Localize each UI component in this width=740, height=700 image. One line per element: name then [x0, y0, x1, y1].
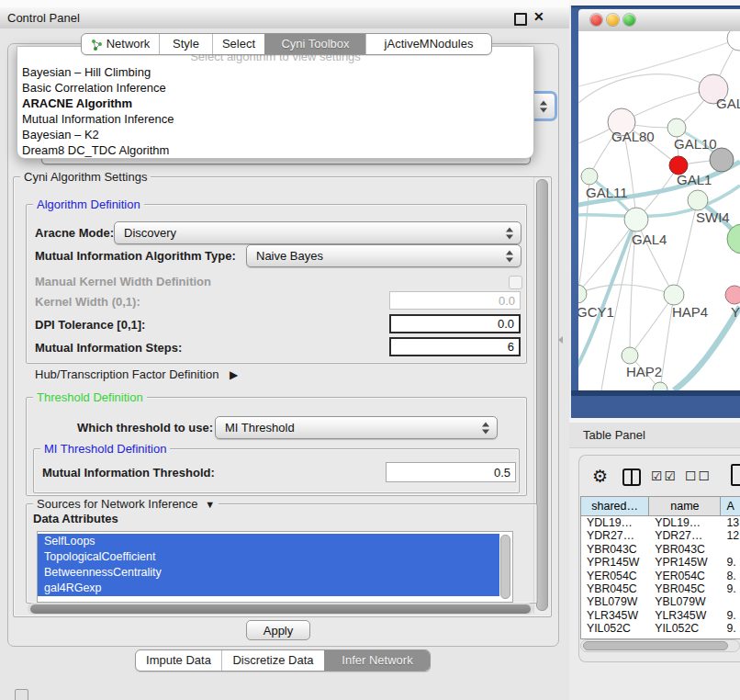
- splitter-handle-icon[interactable]: [558, 336, 563, 344]
- tab-infer-network[interactable]: Infer Network: [324, 650, 430, 671]
- table-cell: YBR043C: [581, 543, 649, 556]
- which-threshold-combo[interactable]: MI Threshold: [215, 416, 498, 439]
- column-header-1[interactable]: shared…: [581, 497, 649, 515]
- collapsed-panel-icon[interactable]: [15, 689, 28, 700]
- table-settings-gear-icon[interactable]: ⚙: [592, 466, 608, 487]
- algorithm-option[interactable]: Bayesian – K2: [17, 127, 533, 142]
- table-cell: 8.: [721, 570, 740, 582]
- tab-label: Select: [222, 34, 255, 54]
- data-attributes-list[interactable]: SelfLoopsTopologicalCoefficientBetweenne…: [37, 531, 513, 603]
- table-cell: YPR145W: [581, 556, 649, 569]
- window-zoom-button[interactable]: [623, 14, 635, 26]
- network-node-label: GAL10: [674, 136, 717, 152]
- table-cell: [721, 595, 740, 608]
- column-header-2[interactable]: name: [649, 497, 721, 515]
- mi-threshold-field[interactable]: 0.5: [386, 462, 516, 482]
- table-cell: YDR27…: [649, 529, 721, 542]
- table-cell: [721, 543, 740, 556]
- tab-label: Discretize Data: [232, 650, 313, 671]
- table-row[interactable]: YBL079WYBL079W: [581, 595, 740, 608]
- tab-jactivemnodules[interactable]: jActiveMNodules: [365, 34, 491, 54]
- kernel-width-field[interactable]: 0.0: [389, 291, 521, 310]
- new-table-document-icon[interactable]: [731, 464, 740, 486]
- aracne-mode-label: Aracne Mode:: [35, 226, 114, 240]
- settings-hscrollbar-thumb[interactable]: [30, 604, 531, 614]
- collapse-arrow-icon: ▼: [205, 499, 215, 510]
- data-attribute-item[interactable]: TopologicalCoefficient: [38, 549, 499, 565]
- network-edge[interactable]: [578, 74, 713, 103]
- tab-network[interactable]: Network: [82, 34, 159, 54]
- network-node-swi4[interactable]: [688, 190, 708, 210]
- manual-kernel-label: Manual Kernel Width Definition: [35, 275, 211, 288]
- tab-label: Impute Data: [146, 650, 211, 671]
- algorithm-option[interactable]: Dream8 DC_TDC Algorithm: [17, 142, 533, 158]
- table-row[interactable]: YPR145WYPR145W9.: [581, 556, 740, 569]
- network-node-y[interactable]: [725, 286, 740, 304]
- network-node-gal4[interactable]: [624, 208, 648, 231]
- table-row[interactable]: YLR345WYLR345W9.: [581, 609, 740, 622]
- mi-type-combo[interactable]: Naive Bayes: [246, 244, 521, 267]
- apply-button-label: Apply: [263, 624, 294, 638]
- network-node-label: GAL80: [611, 129, 655, 144]
- cyni-algorithm-settings-title: Cyni Algorithm Settings: [20, 170, 151, 184]
- data-attribute-item[interactable]: SelfLoops: [38, 534, 499, 549]
- algorithm-option[interactable]: ARACNE Algorithm: [17, 96, 533, 111]
- table-hscrollbar-thumb[interactable]: [583, 641, 728, 650]
- network-node-label: SWI4: [696, 209, 730, 225]
- manual-kernel-checkbox[interactable]: [509, 276, 522, 289]
- algorithm-option[interactable]: Bayesian – Hill Climbing: [17, 64, 533, 80]
- table-row[interactable]: YDL19…YDL19…13: [581, 516, 740, 529]
- network-graph: GALGAL80GAL10GAL1GAL11SWI4GAL4GCY1HAP4YH…: [578, 31, 740, 390]
- network-node-gal10[interactable]: [667, 119, 686, 137]
- column-header-3[interactable]: A: [721, 497, 740, 515]
- float-window-button[interactable]: [514, 13, 527, 26]
- tab-impute-data[interactable]: Impute Data: [136, 650, 221, 671]
- network-node-label: GAL11: [586, 185, 628, 200]
- data-attribute-item[interactable]: BetweennessCentrality: [38, 565, 499, 581]
- network-node-gcy1[interactable]: [578, 285, 587, 303]
- network-node-hap2[interactable]: [622, 347, 638, 364]
- window-minimize-button[interactable]: [607, 14, 619, 26]
- tab-style[interactable]: Style: [159, 34, 212, 54]
- close-panel-button[interactable]: ✕: [533, 9, 544, 24]
- mi-steps-field[interactable]: 6: [389, 337, 521, 356]
- table-row[interactable]: YIL052CYIL052C9.: [581, 622, 740, 635]
- table-row[interactable]: YER054CYER054C8.: [581, 570, 740, 582]
- algorithm-popup-list: Bayesian – Hill ClimbingBasic Correlatio…: [17, 64, 533, 158]
- control-panel-tabbar: NetworkStyleSelectCyni ToolboxjActiveMNo…: [81, 33, 492, 55]
- apply-button[interactable]: Apply: [246, 620, 310, 640]
- table-row[interactable]: YBR045CYBR045C9.: [581, 582, 740, 595]
- table-row[interactable]: YDR27…YDR27…12: [581, 529, 740, 542]
- network-node-gal11[interactable]: [581, 168, 598, 185]
- sources-group-title[interactable]: Sources for Network Inference ▼: [33, 497, 219, 511]
- network-edge[interactable]: [578, 285, 674, 295]
- attribute-table[interactable]: shared…nameA YDL19…YDL19…13YDR27…YDR27…1…: [580, 496, 740, 639]
- tab-discretize-data[interactable]: Discretize Data: [221, 650, 324, 671]
- table-cell: YDL19…: [649, 516, 721, 529]
- list-scrollbar-thumb[interactable]: [500, 535, 510, 599]
- network-canvas[interactable]: GALGAL80GAL10GAL1GAL11SWI4GAL4GCY1HAP4YH…: [578, 31, 740, 390]
- network-edge[interactable]: [630, 295, 674, 356]
- network-node-hap4[interactable]: [664, 285, 684, 305]
- control-panel-titlebar: Control Panel ✕: [0, 7, 569, 29]
- split-columns-icon[interactable]: [622, 469, 641, 486]
- mi-type-value: Naive Bayes: [256, 245, 323, 266]
- algorithm-option[interactable]: Basic Correlation Inference: [17, 80, 533, 96]
- select-all-checkboxes-icon[interactable]: ☑☑: [651, 469, 678, 483]
- network-node[interactable]: [727, 31, 740, 51]
- data-attribute-item[interactable]: gal4RGexp: [38, 581, 499, 596]
- table-row[interactable]: YBR043CYBR043C: [581, 543, 740, 556]
- hub-definition-expander[interactable]: Hub/Transcription Factor Definition ▶: [35, 367, 238, 381]
- tab-cyni-toolbox[interactable]: Cyni Toolbox: [264, 34, 365, 54]
- mi-type-label: Mutual Information Algorithm Type:: [35, 249, 236, 263]
- network-icon: [91, 39, 103, 51]
- which-threshold-label: Which threshold to use:: [77, 421, 213, 435]
- deselect-all-checkboxes-icon[interactable]: ☐☐: [685, 469, 712, 483]
- algorithm-option[interactable]: Mutual Information Inference: [17, 111, 533, 127]
- dpi-tolerance-field[interactable]: 0.0: [389, 314, 521, 333]
- aracne-mode-combo[interactable]: Discovery: [114, 221, 521, 244]
- which-threshold-value: MI Threshold: [225, 417, 295, 438]
- network-window-titlebar[interactable]: [578, 9, 740, 32]
- tab-select[interactable]: Select: [212, 34, 264, 54]
- window-close-button[interactable]: [590, 14, 602, 26]
